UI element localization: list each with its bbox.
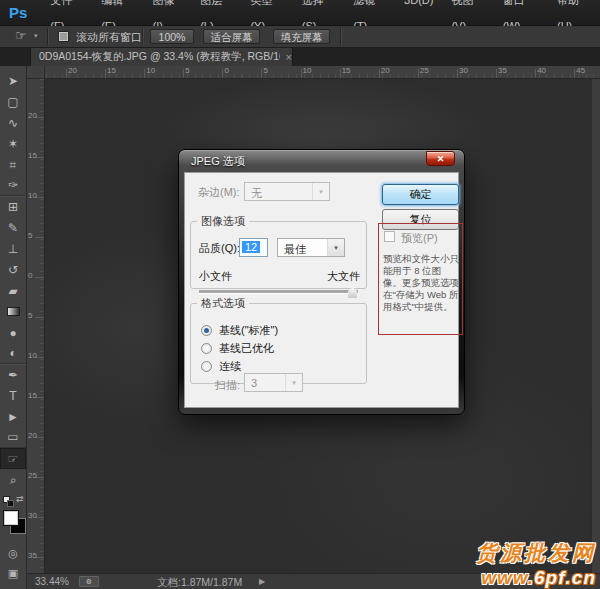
ruler-label: 10: [28, 352, 38, 392]
magic-wand-tool[interactable]: ✶: [0, 133, 26, 154]
scans-value: 3: [251, 377, 257, 389]
quality-label: 品质(Q):: [199, 241, 240, 256]
large-file-label: 大文件: [327, 269, 360, 284]
quality-preset-select[interactable]: 最佳 ▾: [277, 238, 345, 257]
radio-label: 基线已优化: [219, 341, 274, 356]
format-radio-option[interactable]: 基线已优化: [201, 339, 278, 357]
radio-icon[interactable]: [201, 325, 212, 336]
ruler-label: 25: [28, 472, 38, 512]
gradient-tool[interactable]: [0, 301, 26, 322]
eraser-tool[interactable]: ▰: [0, 280, 26, 301]
format-options-legend: 格式选项: [197, 296, 249, 311]
chevron-down-icon: ▾: [327, 239, 344, 256]
quick-mask-icon: ◎: [8, 547, 18, 560]
ruler-label: 15: [105, 66, 144, 78]
quick-mask-button[interactable]: ◎: [0, 544, 26, 562]
radio-label: 连续: [219, 359, 241, 374]
lasso-tool[interactable]: ∿: [0, 112, 26, 133]
hand-tool[interactable]: ☞: [0, 448, 26, 469]
ruler-label: 30: [28, 512, 38, 552]
ruler-label: 20: [28, 432, 38, 472]
preview-note: 预览和文件大小只能用于 8 位图像。更多预览选项在"存储为 Web 所用格式"中…: [383, 253, 460, 313]
ruler-label: 45: [574, 66, 600, 78]
status-expander-icon[interactable]: ▶: [259, 577, 265, 586]
type-tool[interactable]: T: [0, 385, 26, 406]
jpeg-options-dialog: JPEG 选项 ✕ 杂边(M): 无 ▾ 确定 复位 图像选项 品质(Q): 1…: [178, 149, 465, 415]
brush-tool[interactable]: ✎: [0, 217, 26, 238]
clone-stamp-tool[interactable]: ⊥: [0, 238, 26, 259]
image-options-legend: 图像选项: [197, 214, 249, 229]
scans-select: 3 ▾: [244, 373, 303, 392]
ruler-label: 15: [28, 152, 38, 192]
chevron-down-icon[interactable]: ▾: [34, 32, 38, 40]
status-panel-icon[interactable]: ⚙: [79, 576, 99, 587]
fit-screen-button[interactable]: 适合屏幕: [203, 29, 260, 44]
ruler-label: 5: [183, 66, 222, 78]
dodge-tool[interactable]: ◐: [0, 343, 26, 364]
separator: [340, 28, 341, 45]
move-tool[interactable]: ➤: [0, 70, 26, 91]
ruler-label: 5: [28, 312, 38, 352]
screen-mode-button[interactable]: ▣: [0, 564, 26, 582]
slider-track[interactable]: [199, 290, 358, 293]
screen-mode-icon: ▣: [8, 567, 18, 580]
radio-icon[interactable]: [201, 343, 212, 354]
ruler-label: 5: [261, 66, 300, 78]
fill-screen-button[interactable]: 填充屏幕: [273, 29, 330, 44]
reset-button[interactable]: 复位: [382, 209, 459, 230]
separator: [142, 28, 143, 45]
format-options-group: 格式选项 基线("标准") 基线已优化 连续 扫描: 3 ▾: [190, 296, 367, 384]
vertical-ruler: 25201510505101520253035: [27, 79, 45, 573]
ruler-label: 20: [379, 66, 418, 78]
zoom-tool[interactable]: ⌕: [0, 469, 26, 490]
small-file-label: 小文件: [199, 269, 232, 284]
healing-brush-tool[interactable]: ⊞: [0, 196, 26, 217]
crop-tool[interactable]: ⌗: [0, 154, 26, 175]
blur-tool[interactable]: ●: [0, 322, 26, 343]
zoom-100-button[interactable]: 100%: [150, 29, 194, 44]
swap-colors-icon[interactable]: ⇄: [16, 494, 24, 504]
ruler-label: 5: [28, 232, 38, 272]
vertical-scrollbar[interactable]: [591, 79, 600, 573]
menu-bar: Ps 文件(F)编辑(E)图像(I)图层(L)类型(Y)选择(S)滤镜(T)3D…: [0, 0, 600, 26]
dialog-title: JPEG 选项: [191, 154, 245, 169]
document-title: 0D9A0154-恢复的.JPG @ 33.4% (教程教学, RGB/16) …: [31, 50, 280, 64]
dialog-close-button[interactable]: ✕: [426, 151, 455, 166]
ok-button[interactable]: 确定: [382, 184, 459, 205]
ruler-label: 25: [28, 79, 38, 112]
preview-label: 预览(P): [401, 231, 438, 246]
preview-checkbox: [384, 231, 395, 242]
ruler-label: 10: [144, 66, 183, 78]
shape-tool[interactable]: ▭: [0, 427, 26, 448]
chevron-down-icon: ▾: [285, 374, 302, 391]
radio-icon[interactable]: [201, 361, 212, 372]
hand-tool-icon[interactable]: ☞: [15, 28, 27, 43]
default-colors-swap[interactable]: ⇄: [2, 494, 26, 508]
ruler-label: 25: [418, 66, 457, 78]
eyedropper-tool[interactable]: ✑: [0, 175, 26, 196]
scroll-all-windows-label: 滚动所有窗口: [76, 30, 142, 45]
ruler-label: 0: [222, 66, 261, 78]
ruler-label: 40: [535, 66, 574, 78]
scans-label: 扫描:: [215, 378, 240, 393]
photoshop-logo: Ps: [9, 4, 27, 21]
path-selection-tool[interactable]: ►: [0, 406, 26, 427]
ruler-label: 15: [28, 392, 38, 432]
format-radio-option[interactable]: 基线("标准"): [201, 321, 278, 339]
status-bar: 33.44% ⚙ 文档:1.87M/1.87M ▶: [27, 573, 600, 589]
ruler-label: 35: [496, 66, 535, 78]
scroll-all-windows-checkbox[interactable]: [58, 31, 69, 42]
chevron-down-icon: ▾: [312, 183, 329, 200]
foreground-color-swatch[interactable]: [3, 510, 19, 526]
document-tab[interactable]: 0D9A0154-恢复的.JPG @ 33.4% (教程教学, RGB/16) …: [30, 48, 293, 66]
history-brush-tool[interactable]: ↺: [0, 259, 26, 280]
separator: [47, 28, 48, 45]
pen-tool[interactable]: ✒: [0, 364, 26, 385]
tab-close-icon[interactable]: ×: [286, 51, 292, 63]
zoom-level-field[interactable]: 33.44%: [35, 576, 69, 587]
matte-label: 杂边(M):: [198, 185, 240, 200]
default-background-icon: [7, 500, 14, 507]
quality-input[interactable]: 12: [239, 238, 268, 257]
marquee-tool[interactable]: ▢: [0, 91, 26, 112]
toolbox: ➤▢∿✶⌗✑⊞✎⊥↺▰●◐✒T►▭☞⌕ ⇄ ◎ ▣: [0, 66, 27, 589]
